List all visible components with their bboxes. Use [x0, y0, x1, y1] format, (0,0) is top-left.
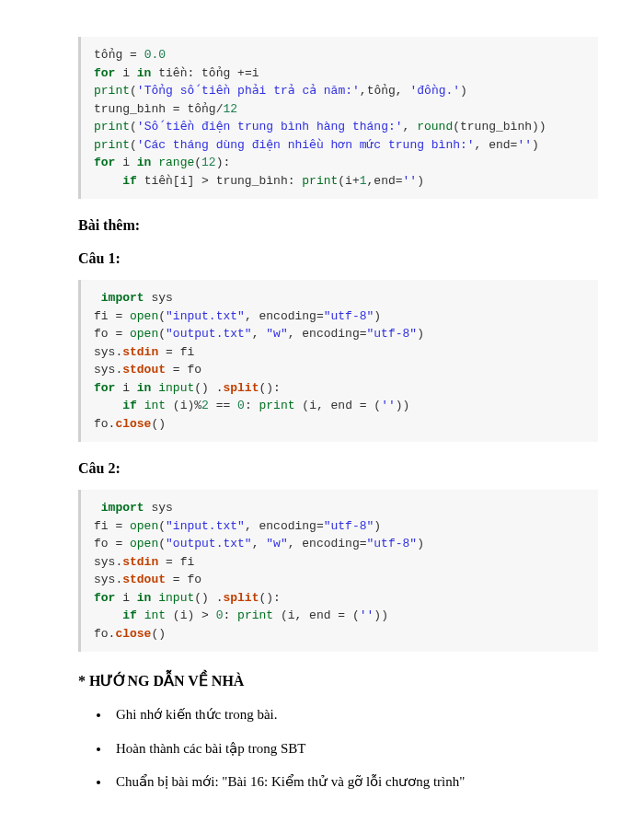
code-block-3: import sys fi = open("input.txt", encodi… — [78, 490, 598, 652]
code-line: if tiền[i] > trung_bình: print(i+1,end='… — [94, 174, 424, 188]
list-item: Ghi nhớ kiến thức trong bài. — [110, 704, 598, 725]
code-line: for i in input() .split(): — [94, 381, 281, 395]
code-line: if int (i)%2 == 0: print (i, end = ('')) — [94, 399, 409, 412]
heading-q2: Câu 2: — [78, 460, 598, 477]
code-line: fo = open("output.txt", "w", encoding="u… — [94, 537, 424, 550]
code-line: sys.stdin = fi — [94, 345, 194, 359]
code-line: import sys — [94, 501, 173, 515]
code-line: for i in tiền: tổng +=i — [94, 66, 259, 80]
code-line: print('Các tháng dùng điện nhiều hơn mức… — [94, 138, 539, 152]
code-line: tổng = 0.0 — [94, 48, 166, 62]
code-block-1: tổng = 0.0 for i in tiền: tổng +=i print… — [78, 37, 598, 199]
code-line: fo.close() — [94, 627, 166, 641]
list-item: Chuẩn bị bài mới: "Bài 16: Kiểm thử và g… — [110, 771, 598, 793]
code-line: import sys — [94, 291, 173, 305]
list-item: Hoàn thành các bài tập trong SBT — [110, 738, 598, 759]
code-line: if int (i) > 0: print (i, end = ('')) — [94, 608, 388, 622]
code-line: fo = open("output.txt", "w", encoding="u… — [94, 327, 424, 341]
code-line: for i in range(12): — [94, 156, 230, 169]
heading-homework: * HƯỚNG DẪN VỀ NHÀ — [78, 672, 598, 689]
code-line: fo.close() — [94, 417, 166, 431]
code-line: sys.stdout = fo — [94, 363, 201, 376]
page: tổng = 0.0 for i in tiền: tổng +=i print… — [0, 0, 644, 834]
code-line: print('Số tiền điện trung bình hàng thán… — [94, 120, 546, 133]
heading-extra: Bài thêm: — [78, 217, 598, 234]
code-line: print('Tổng số tiền phải trả cả năm:',tổ… — [94, 84, 467, 98]
code-line: trung_bình = tổng/12 — [94, 102, 237, 116]
code-line: fi = open("input.txt", encoding="utf-8") — [94, 309, 381, 323]
code-line: sys.stdout = fo — [94, 573, 201, 586]
homework-list: Ghi nhớ kiến thức trong bài. Hoàn thành … — [110, 704, 598, 793]
code-block-2: import sys fi = open("input.txt", encodi… — [78, 280, 598, 442]
code-line: for i in input() .split(): — [94, 591, 281, 605]
heading-q1: Câu 1: — [78, 250, 598, 267]
code-line: sys.stdin = fi — [94, 555, 194, 569]
code-line: fi = open("input.txt", encoding="utf-8") — [94, 519, 381, 533]
